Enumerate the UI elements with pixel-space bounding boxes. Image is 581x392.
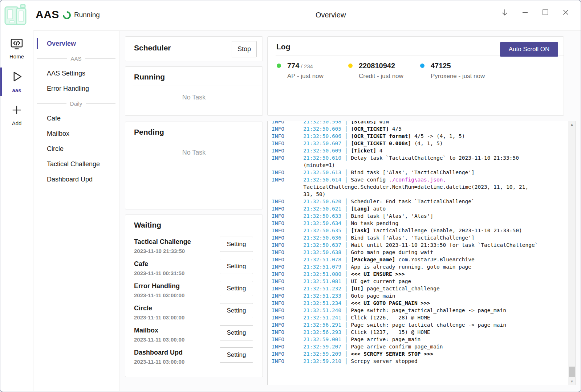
close-button[interactable] [560,6,572,19]
stop-button[interactable]: Stop [232,41,257,57]
sidebar-item-error-handling[interactable]: Error Handling [34,81,119,96]
nav-section-daily: Daily [34,96,119,111]
autoscroll-button[interactable]: Auto Scroll ON [500,42,558,57]
log-header-card: Log Auto Scroll ON 774 / 234AP - just no… [267,36,564,116]
rail-item-label: Add [0,120,33,126]
pending-empty-text: No Task [125,149,263,156]
log-line: INFO 21:32:59.210 │ Scrcpy server stoppe… [272,358,568,365]
rail-item-aas[interactable]: aas [0,67,33,97]
log-line: INFO 21:32:50.606 │ [OCR_TICKET format] … [272,132,568,140]
log-line: INFO 21:32:51.081 │ UI get current page [272,278,568,285]
window-controls [499,6,572,19]
setting-button[interactable]: Setting [220,259,253,274]
maximize-button[interactable] [539,6,552,19]
setting-button[interactable]: Setting [220,303,253,318]
setting-button[interactable]: Setting [220,281,253,296]
play-icon [0,70,33,85]
stat-value: 47125 [420,62,485,70]
page-title: Overview [316,11,346,19]
resource-stats: 774 / 234AP - just now220810942Credit - … [268,56,564,81]
stat-label: Pyroxene - just now [420,73,485,80]
scroll-up-icon[interactable]: ▲ [568,122,576,127]
log-line: INFO 21:32:50.613 │ Bind task ['Alas', '… [272,169,568,176]
rail-item-home[interactable]: Home [0,35,33,63]
log-line: INFO 21:32:50.614 │ Save config ./config… [272,176,568,183]
rail-item-add[interactable]: Add [0,101,33,130]
log-line: INFO 21:32:51.234 │ <<< UI GOTO PAGE_MAI… [272,299,568,307]
log-line: INFO 21:32:51.233 │ Goto page_main [272,292,568,299]
titlebar: AAS Running Overview [0,0,581,31]
stat-label: AP - just now [277,73,324,80]
log-line: INFO 21:32:51.240 │ Page switch: page_ta… [272,307,568,314]
log-line: INFO 21:32:50.605 │ [OCR_TICKET] 4/5 [272,125,568,132]
minimize-button[interactable] [519,6,531,19]
stat-dot-icon [348,64,353,68]
sidebar-item-circle[interactable]: Circle [34,141,119,156]
log-line: INFO 21:32:50.638 │ Goto main page durin… [272,249,568,256]
stat-number: 774 [287,62,299,70]
sidebar-item-mailbox[interactable]: Mailbox [34,126,119,141]
sidebar-item-cafe[interactable]: Cafe [34,111,119,126]
app-window: AAS Running Overview HomeaasAdd Overview… [0,0,581,392]
waiting-task-row: Cafe2023-11-11 00:31:50Setting [125,256,263,278]
resource-stat: 220810942Credit - just now [348,62,403,80]
status-text: Running [74,11,100,19]
setting-button[interactable]: Setting [220,325,253,340]
section-line [86,103,115,104]
nav-section-label: Daily [66,101,86,107]
app-logo-icon [4,4,28,26]
stat-number: 47125 [431,62,451,70]
log-line: TacticalChallenge.Scheduler.NextRun=date… [272,183,568,191]
stat-dot-icon [420,64,424,68]
setting-button[interactable]: Setting [220,237,253,252]
stat-label: Credit - just now [348,73,403,80]
log-scrollbar[interactable]: ▲ ▼ [568,121,576,385]
sidebar-item-dashboard-upd[interactable]: Dashboard Upd [34,172,119,187]
sidebar-item-tactical-challenge[interactable]: Tactical Challenge [34,156,119,172]
pending-title: Pending [125,122,263,136]
log-line: INFO 21:32:50.610 │ Delay task `Tactical… [272,154,568,162]
sidebar-item-aas-settings[interactable]: AAS Settings [34,66,119,81]
scroll-down-icon[interactable]: ▼ [568,379,576,384]
close-icon [561,8,570,17]
stat-total: / 234 [299,63,313,69]
log-line: INFO 21:32:50.621 │ [Lang] auto [272,205,568,212]
rail-item-label: Home [0,53,33,60]
waiting-task-row: Tactical Challenge2023-11-10 21:33:50Set… [125,234,263,256]
download-button[interactable] [499,6,511,19]
section-line [85,58,116,59]
log-line: INFO 21:32:50.598 │ [Status] WIN [272,121,568,125]
running-card: Running No Task [125,66,263,116]
waiting-task-row: Circle2023-11-11 03:00:00Setting [125,301,263,323]
log-line: INFO 21:32:56.291 │ Page switch: page_ta… [272,321,568,328]
arrow-down-icon [500,8,509,17]
running-title: Running [125,67,263,81]
log-line: INFO 21:32:50.635 │ [Task] TacticalChall… [272,227,568,234]
log-line: INFO 21:32:50.609 │ [Ticket] 4 [272,147,568,154]
waiting-task-row: Error Handling2023-11-11 03:00:00Setting [125,278,263,301]
sidebar-item-overview[interactable]: Overview [34,36,119,51]
app-name: AAS [36,8,59,21]
log-line: INFO 21:32:51.079 │ App is already runni… [272,263,568,270]
rail-item-label: aas [0,87,33,93]
stat-value: 220810942 [348,62,403,70]
nav-section-label: AAS [67,56,85,62]
log-line: INFO 21:32:51.080 │ <<< UI ENSURE >>> [272,270,568,278]
waiting-task-row: Mailbox2023-11-11 03:00:00Setting [125,323,263,345]
log-line: INFO 21:32:51.241 │ Click (1226, 28) @ H… [272,314,568,321]
nav-sidebar: OverviewAASAAS SettingsError HandlingDai… [34,31,119,391]
scrollbar-thumb[interactable] [569,367,575,377]
resource-stat: 774 / 234AP - just now [277,62,324,80]
plus-icon [0,103,33,118]
log-line: INFO 21:32:59.209 │ <<< SCRCPY SERVER ST… [272,350,568,358]
stat-value: 774 / 234 [277,62,324,70]
log-lines: INFO 21:32:50.598 │ [Status] WININFO 21:… [268,121,568,365]
icon-rail: HomeaasAdd [0,31,33,391]
setting-button[interactable]: Setting [220,347,253,363]
log-line: INFO 21:32:50.633 │ Bind task ['Alas', '… [272,212,568,220]
log-line: INFO 21:32:50.607 │ [OCR_TICKET 0.008s] … [272,140,568,147]
log-line: 33, 50) [272,191,568,198]
pending-card: Pending No Task [125,122,263,209]
maximize-icon [541,8,550,17]
log-viewport[interactable]: INFO 21:32:50.598 │ [Status] WININFO 21:… [268,121,568,385]
